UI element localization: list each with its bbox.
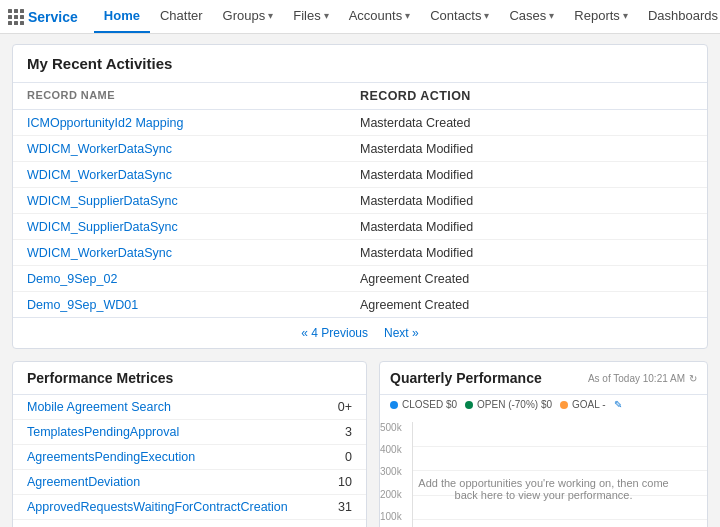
record-name-link[interactable]: WDICM_WorkerDataSync: [27, 168, 172, 182]
legend-item: GOAL -: [560, 399, 606, 410]
reports-chevron-icon: ▾: [623, 10, 628, 21]
recent-activities-title: My Recent Activities: [13, 45, 707, 83]
svg-rect-1: [14, 9, 18, 13]
chart-grid: [412, 422, 707, 527]
quarterly-header: Quarterly Performance As of Today 10:21 …: [380, 362, 707, 395]
cases-chevron-icon: ▾: [549, 10, 554, 21]
perf-value: 31: [338, 500, 352, 514]
performance-metrics-card: Performance Metrices Mobile Agreement Se…: [12, 361, 367, 527]
record-action: Masterdata Modified: [360, 142, 693, 156]
svg-rect-3: [8, 15, 12, 19]
quarterly-legend: CLOSED $0OPEN (-70%) $0GOAL -✎: [380, 395, 707, 414]
perf-label[interactable]: TemplatesPendingApproval: [27, 425, 179, 439]
nav-item-dashboards[interactable]: Dashboards ▾: [638, 0, 720, 33]
col-header-record-name: RECORD NAME: [27, 89, 360, 103]
prev-page-link[interactable]: « 4 Previous: [301, 326, 368, 340]
perf-value: 0: [345, 450, 352, 464]
record-action: Masterdata Modified: [360, 194, 693, 208]
nav-item-chatter[interactable]: Chatter: [150, 0, 213, 33]
files-chevron-icon: ▾: [324, 10, 329, 21]
nav-item-reports[interactable]: Reports ▾: [564, 0, 638, 33]
svg-rect-5: [20, 15, 24, 19]
perf-label[interactable]: AgreementsPendingExecution: [27, 450, 195, 464]
table-row: ICMOpportunityId2 Mapping Masterdata Cre…: [13, 110, 707, 136]
y-label: 300k: [380, 466, 412, 477]
chart-y-labels: 500k400k300k200k100k0: [380, 422, 412, 527]
app-name: Service: [28, 9, 78, 25]
quarterly-performance-card: Quarterly Performance As of Today 10:21 …: [379, 361, 708, 527]
recent-activities-table: ICMOpportunityId2 Mapping Masterdata Cre…: [13, 110, 707, 317]
svg-rect-0: [8, 9, 12, 13]
app-grid-icon[interactable]: [8, 3, 24, 31]
nav-item-files[interactable]: Files ▾: [283, 0, 338, 33]
record-action: Masterdata Created: [360, 116, 693, 130]
next-page-link[interactable]: Next »: [384, 326, 419, 340]
nav-item-contacts[interactable]: Contacts ▾: [420, 0, 499, 33]
record-name-link[interactable]: Demo_9Sep_WD01: [27, 298, 138, 312]
legend-item: OPEN (-70%) $0: [465, 399, 552, 410]
perf-row: AgreementDeviation 10: [13, 470, 366, 495]
chart-empty-text: Add the opportunities you're working on,…: [413, 477, 675, 501]
grid-line: [413, 470, 707, 471]
legend-dot: [560, 401, 568, 409]
record-name-link[interactable]: Demo_9Sep_02: [27, 272, 117, 286]
record-action: Agreement Created: [360, 298, 693, 312]
bottom-right: Quarterly Performance As of Today 10:21 …: [379, 361, 708, 527]
nav-item-groups[interactable]: Groups ▾: [213, 0, 284, 33]
perf-label[interactable]: Mobile Agreement Search: [27, 400, 171, 414]
svg-rect-2: [20, 9, 24, 13]
grid-line: [413, 446, 707, 447]
table-header: RECORD NAME RECORD ACTION: [13, 83, 707, 110]
table-row: WDICM_WorkerDataSync Masterdata Modified: [13, 240, 707, 266]
y-label: 100k: [380, 511, 412, 522]
perf-label[interactable]: ApprovedRequestsWaitingForContractCreati…: [27, 500, 288, 514]
perf-row: Mobile Agreement Search 0+: [13, 395, 366, 420]
y-label: 500k: [380, 422, 412, 433]
record-action: Masterdata Modified: [360, 168, 693, 182]
record-name-link[interactable]: WDICM_SupplierDataSync: [27, 194, 178, 208]
legend-item: CLOSED $0: [390, 399, 457, 410]
performance-metrics-title: Performance Metrices: [13, 362, 366, 395]
contacts-chevron-icon: ▾: [484, 10, 489, 21]
table-row: Demo_9Sep_02 Agreement Created: [13, 266, 707, 292]
bottom-left: Performance Metrices Mobile Agreement Se…: [12, 361, 367, 527]
col-header-record-action: RECORD ACTION: [360, 89, 693, 103]
perf-value: 10: [338, 475, 352, 489]
legend-dot: [465, 401, 473, 409]
grid-line: [413, 519, 707, 520]
quarterly-title: Quarterly Performance: [390, 370, 542, 386]
table-row: WDICM_SupplierDataSync Masterdata Modifi…: [13, 188, 707, 214]
perf-row: AgreementsPendingExecution 0: [13, 445, 366, 470]
y-label: 200k: [380, 489, 412, 500]
record-action: Masterdata Modified: [360, 246, 693, 260]
chart-area: 500k400k300k200k100k0 Add the opportunit…: [380, 414, 707, 527]
perf-label[interactable]: AgreementDeviation: [27, 475, 140, 489]
svg-rect-4: [14, 15, 18, 19]
refresh-icon[interactable]: ↻: [689, 373, 697, 384]
record-action: Agreement Created: [360, 272, 693, 286]
record-name-link[interactable]: WDICM_WorkerDataSync: [27, 246, 172, 260]
groups-chevron-icon: ▾: [268, 10, 273, 21]
table-row: WDICM_WorkerDataSync Masterdata Modified: [13, 162, 707, 188]
legend-dot: [390, 401, 398, 409]
svg-rect-7: [14, 21, 18, 25]
nav-item-cases[interactable]: Cases ▾: [499, 0, 564, 33]
record-name-link[interactable]: ICMOpportunityId2 Mapping: [27, 116, 183, 130]
edit-goal-icon[interactable]: ✎: [614, 399, 622, 410]
nav-item-accounts[interactable]: Accounts ▾: [339, 0, 420, 33]
nav-items: Home Chatter Groups ▾ Files ▾ Accounts ▾…: [94, 0, 720, 33]
accounts-chevron-icon: ▾: [405, 10, 410, 21]
y-label: 400k: [380, 444, 412, 455]
perf-row: TemplatesPendingApproval 3: [13, 420, 366, 445]
record-name-link[interactable]: WDICM_WorkerDataSync: [27, 142, 172, 156]
perf-value: 0+: [338, 400, 352, 414]
svg-rect-8: [20, 21, 24, 25]
nav-item-home[interactable]: Home: [94, 0, 150, 33]
record-name-link[interactable]: WDICM_SupplierDataSync: [27, 220, 178, 234]
performance-metrics-body: Mobile Agreement Search 0+ TemplatesPend…: [13, 395, 366, 527]
table-row: WDICM_WorkerDataSync Masterdata Modified: [13, 136, 707, 162]
perf-row: ApprovedRequestsWaitingForContractCreati…: [13, 495, 366, 520]
top-nav: Service Home Chatter Groups ▾ Files ▾ Ac…: [0, 0, 720, 34]
perf-row: AgreementsPendingApproval 23: [13, 520, 366, 527]
table-row: WDICM_SupplierDataSync Masterdata Modifi…: [13, 214, 707, 240]
